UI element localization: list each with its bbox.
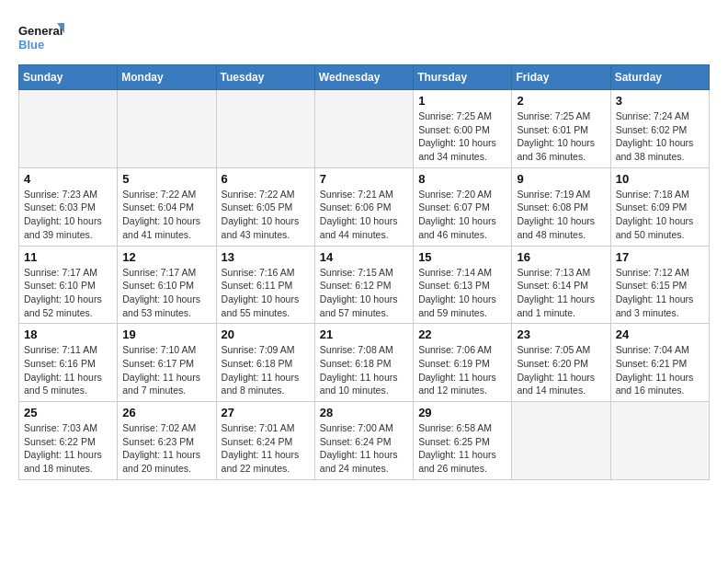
calendar-header-friday: Friday — [512, 65, 610, 90]
calendar-cell: 29Sunrise: 6:58 AM Sunset: 6:25 PM Dayli… — [414, 402, 512, 480]
day-number: 13 — [222, 250, 310, 264]
svg-text:General: General — [18, 24, 63, 38]
day-info: Sunrise: 7:16 AM Sunset: 6:11 PM Dayligh… — [222, 266, 310, 320]
day-number: 8 — [418, 172, 506, 186]
day-info: Sunrise: 7:21 AM Sunset: 6:06 PM Dayligh… — [320, 188, 408, 242]
calendar-header-monday: Monday — [118, 65, 216, 90]
day-number: 2 — [517, 94, 605, 108]
calendar-cell: 3Sunrise: 7:24 AM Sunset: 6:02 PM Daylig… — [610, 90, 709, 168]
calendar-table: SundayMondayTuesdayWednesdayThursdayFrid… — [18, 64, 710, 480]
calendar-header-sunday: Sunday — [19, 65, 118, 90]
day-info: Sunrise: 7:13 AM Sunset: 6:14 PM Dayligh… — [517, 266, 605, 320]
calendar-cell: 15Sunrise: 7:14 AM Sunset: 6:13 PM Dayli… — [414, 246, 512, 324]
calendar-cell: 16Sunrise: 7:13 AM Sunset: 6:14 PM Dayli… — [512, 246, 610, 324]
day-number: 6 — [222, 172, 310, 186]
calendar-cell: 12Sunrise: 7:17 AM Sunset: 6:10 PM Dayli… — [118, 246, 216, 324]
day-number: 27 — [222, 406, 310, 419]
day-number: 19 — [122, 327, 210, 341]
day-info: Sunrise: 7:01 AM Sunset: 6:24 PM Dayligh… — [222, 421, 310, 476]
calendar-cell — [314, 90, 413, 168]
day-info: Sunrise: 7:06 AM Sunset: 6:19 PM Dayligh… — [418, 343, 506, 397]
day-info: Sunrise: 7:00 AM Sunset: 6:24 PM Dayligh… — [320, 421, 408, 476]
calendar-cell — [216, 90, 314, 168]
calendar-cell — [610, 402, 709, 480]
calendar-cell: 21Sunrise: 7:08 AM Sunset: 6:18 PM Dayli… — [314, 324, 413, 402]
day-info: Sunrise: 7:02 AM Sunset: 6:23 PM Dayligh… — [122, 421, 210, 476]
day-number: 29 — [418, 406, 506, 419]
day-info: Sunrise: 7:18 AM Sunset: 6:09 PM Dayligh… — [616, 188, 704, 242]
day-number: 7 — [320, 172, 408, 186]
calendar-cell: 22Sunrise: 7:06 AM Sunset: 6:19 PM Dayli… — [414, 324, 512, 402]
day-number: 20 — [222, 327, 310, 341]
calendar-cell: 11Sunrise: 7:17 AM Sunset: 6:10 PM Dayli… — [19, 246, 118, 324]
day-number: 22 — [418, 327, 506, 341]
day-info: Sunrise: 7:09 AM Sunset: 6:18 PM Dayligh… — [222, 343, 310, 397]
day-number: 3 — [616, 94, 704, 108]
calendar-cell — [512, 402, 610, 480]
day-info: Sunrise: 7:19 AM Sunset: 6:08 PM Dayligh… — [517, 188, 605, 242]
logo: General Blue — [18, 18, 64, 55]
calendar-header-wednesday: Wednesday — [314, 65, 413, 90]
calendar-cell: 25Sunrise: 7:03 AM Sunset: 6:22 PM Dayli… — [19, 402, 118, 480]
day-info: Sunrise: 7:22 AM Sunset: 6:05 PM Dayligh… — [222, 188, 310, 242]
calendar-cell — [118, 90, 216, 168]
day-info: Sunrise: 7:04 AM Sunset: 6:21 PM Dayligh… — [616, 343, 704, 397]
day-number: 21 — [320, 327, 408, 341]
day-info: Sunrise: 7:24 AM Sunset: 6:02 PM Dayligh… — [616, 109, 704, 164]
day-number: 26 — [122, 406, 210, 419]
calendar-header-tuesday: Tuesday — [216, 65, 314, 90]
calendar-cell: 2Sunrise: 7:25 AM Sunset: 6:01 PM Daylig… — [512, 90, 610, 168]
calendar-cell: 9Sunrise: 7:19 AM Sunset: 6:08 PM Daylig… — [512, 167, 610, 246]
calendar-cell: 13Sunrise: 7:16 AM Sunset: 6:11 PM Dayli… — [216, 246, 314, 324]
calendar-cell: 14Sunrise: 7:15 AM Sunset: 6:12 PM Dayli… — [314, 246, 413, 324]
calendar-cell — [19, 90, 118, 168]
day-info: Sunrise: 7:23 AM Sunset: 6:03 PM Dayligh… — [24, 188, 112, 242]
calendar-cell: 20Sunrise: 7:09 AM Sunset: 6:18 PM Dayli… — [216, 324, 314, 402]
calendar-cell: 10Sunrise: 7:18 AM Sunset: 6:09 PM Dayli… — [610, 167, 709, 246]
calendar-cell: 26Sunrise: 7:02 AM Sunset: 6:23 PM Dayli… — [118, 402, 216, 480]
day-info: Sunrise: 7:20 AM Sunset: 6:07 PM Dayligh… — [418, 188, 506, 242]
day-info: Sunrise: 7:11 AM Sunset: 6:16 PM Dayligh… — [24, 343, 112, 397]
day-number: 11 — [24, 250, 112, 264]
calendar-cell: 23Sunrise: 7:05 AM Sunset: 6:20 PM Dayli… — [512, 324, 610, 402]
day-number: 1 — [418, 94, 506, 108]
calendar-week-row-1: 1Sunrise: 7:25 AM Sunset: 6:00 PM Daylig… — [19, 90, 710, 168]
day-number: 23 — [517, 327, 605, 341]
day-number: 15 — [418, 250, 506, 264]
page-header: General Blue — [18, 18, 710, 55]
logo-svg: General Blue — [18, 18, 64, 55]
day-info: Sunrise: 7:15 AM Sunset: 6:12 PM Dayligh… — [320, 266, 408, 320]
calendar-cell: 4Sunrise: 7:23 AM Sunset: 6:03 PM Daylig… — [19, 167, 118, 246]
day-number: 24 — [616, 327, 704, 341]
calendar-header-row: SundayMondayTuesdayWednesdayThursdayFrid… — [19, 65, 710, 90]
day-info: Sunrise: 7:14 AM Sunset: 6:13 PM Dayligh… — [418, 266, 506, 320]
day-number: 9 — [517, 172, 605, 186]
calendar-cell: 17Sunrise: 7:12 AM Sunset: 6:15 PM Dayli… — [610, 246, 709, 324]
calendar-week-row-4: 18Sunrise: 7:11 AM Sunset: 6:16 PM Dayli… — [19, 324, 710, 402]
calendar-week-row-5: 25Sunrise: 7:03 AM Sunset: 6:22 PM Dayli… — [19, 402, 710, 480]
day-number: 17 — [616, 250, 704, 264]
day-number: 12 — [122, 250, 210, 264]
calendar-cell: 5Sunrise: 7:22 AM Sunset: 6:04 PM Daylig… — [118, 167, 216, 246]
day-number: 25 — [24, 406, 112, 419]
day-number: 28 — [320, 406, 408, 419]
day-info: Sunrise: 7:03 AM Sunset: 6:22 PM Dayligh… — [24, 421, 112, 476]
day-info: Sunrise: 7:12 AM Sunset: 6:15 PM Dayligh… — [616, 266, 704, 320]
calendar-cell: 28Sunrise: 7:00 AM Sunset: 6:24 PM Dayli… — [314, 402, 413, 480]
calendar-header-saturday: Saturday — [610, 65, 709, 90]
calendar-header-thursday: Thursday — [414, 65, 512, 90]
calendar-cell: 19Sunrise: 7:10 AM Sunset: 6:17 PM Dayli… — [118, 324, 216, 402]
day-number: 18 — [24, 327, 112, 341]
day-number: 4 — [24, 172, 112, 186]
day-info: Sunrise: 7:10 AM Sunset: 6:17 PM Dayligh… — [122, 343, 210, 397]
calendar-week-row-3: 11Sunrise: 7:17 AM Sunset: 6:10 PM Dayli… — [19, 246, 710, 324]
svg-text:Blue: Blue — [18, 38, 44, 52]
day-info: Sunrise: 7:22 AM Sunset: 6:04 PM Dayligh… — [122, 188, 210, 242]
day-info: Sunrise: 7:05 AM Sunset: 6:20 PM Dayligh… — [517, 343, 605, 397]
day-number: 5 — [122, 172, 210, 186]
day-info: Sunrise: 7:17 AM Sunset: 6:10 PM Dayligh… — [122, 266, 210, 320]
day-number: 10 — [616, 172, 704, 186]
calendar-cell: 24Sunrise: 7:04 AM Sunset: 6:21 PM Dayli… — [610, 324, 709, 402]
day-info: Sunrise: 6:58 AM Sunset: 6:25 PM Dayligh… — [418, 421, 506, 476]
calendar-cell: 27Sunrise: 7:01 AM Sunset: 6:24 PM Dayli… — [216, 402, 314, 480]
